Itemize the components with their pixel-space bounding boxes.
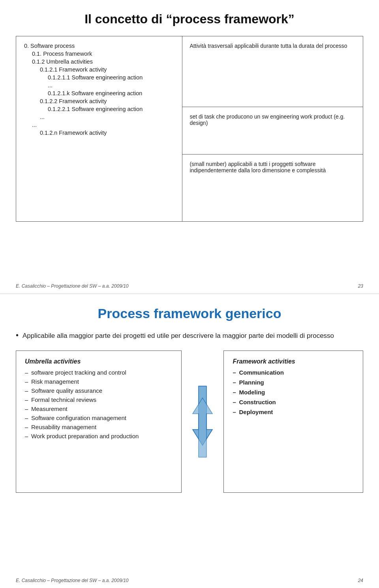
list-item: Construction	[233, 399, 354, 405]
umbrella-title: Umbrella activities	[25, 358, 173, 365]
arrow-svg	[191, 382, 214, 461]
svg-marker-3	[193, 398, 212, 457]
list-item: Planning	[233, 379, 354, 386]
right-boxes: Attività trasversali applicabili durante…	[182, 36, 363, 222]
list-item: Measurement	[25, 405, 173, 412]
list-item: 0.1.2.1 Framework activity	[24, 66, 174, 73]
list-item: 0.1.2 Umbrella activities	[24, 58, 174, 65]
right-box-bottom: (small number) applicabili a tutti i pro…	[182, 155, 363, 222]
framework-list: Communication Planning Modeling Construc…	[233, 369, 354, 415]
framework-list: 0. Software process 0.1. Process framewo…	[24, 43, 174, 136]
slide1-content: 0. Software process 0.1. Process framewo…	[16, 36, 363, 222]
list-item: software project tracking and control	[25, 369, 173, 376]
umbrella-activities-box: Umbrella activities software project tra…	[16, 351, 182, 493]
footer-left: E. Casalicchio – Progettazione del SW – …	[16, 578, 129, 583]
slide2-title: Process framework generico	[16, 306, 363, 321]
list-item: Work product preparation and production	[25, 433, 173, 439]
slide-2: Process framework generico Applicabile a…	[0, 294, 379, 588]
list-item: 0.1.2.1.k Software engineering action	[24, 90, 174, 96]
list-item: Reusability management	[25, 424, 173, 430]
left-framework-box: 0. Software process 0.1. Process framewo…	[16, 36, 182, 222]
list-item: 0.1.2.n Framework activity	[24, 130, 174, 136]
right-box-top: Attività trasversali applicabili durante…	[182, 36, 363, 107]
set-task-text: set di task che producono un sw engineer…	[190, 113, 345, 126]
right-box-mid: set di task che producono un sw engineer…	[182, 107, 363, 155]
list-item: 0. Software process	[24, 43, 174, 49]
list-item: Risk management	[25, 378, 173, 385]
list-item: 0.1.2.2 Framework activity	[24, 98, 174, 104]
framework-title: Framework activities	[233, 358, 354, 365]
list-item: Software configuration management	[25, 415, 173, 421]
list-item: Software quality assurance	[25, 387, 173, 394]
list-item: ...	[24, 122, 174, 128]
slide-1: Il concetto di “process framework” 0. So…	[0, 0, 379, 294]
slide2-boxes: Umbrella activities software project tra…	[16, 351, 363, 493]
slide2-intro: Applicabile alla maggior parte dei proge…	[16, 329, 363, 341]
framework-activities-box: Framework activities Communication Plann…	[223, 351, 363, 493]
list-item: 0.1.2.1.1 Software engineering action	[24, 74, 174, 81]
small-number-text: (small number) applicabili a tutti i pro…	[190, 161, 326, 173]
list-item: Communication	[233, 369, 354, 376]
footer-left: E. Casalicchio – Progettazione del SW – …	[16, 283, 129, 289]
list-item: 0.1.2.2.1 Software engineering action	[24, 106, 174, 112]
list-item: ...	[24, 114, 174, 120]
double-arrow	[190, 351, 216, 493]
footer-right: 23	[358, 283, 363, 289]
list-item: ...	[24, 82, 174, 89]
slide2-footer: E. Casalicchio – Progettazione del SW – …	[16, 578, 363, 583]
list-item: Modeling	[233, 389, 354, 396]
slide1-footer: E. Casalicchio – Progettazione del SW – …	[16, 283, 363, 289]
umbrella-list: software project tracking and control Ri…	[25, 369, 173, 439]
list-item: Formal technical reviews	[25, 396, 173, 403]
attivita-text: Attività trasversali applicabili durante…	[190, 43, 347, 49]
slide1-title: Il concetto di “process framework”	[16, 12, 363, 26]
list-item: Deployment	[233, 409, 354, 415]
footer-right: 24	[358, 578, 363, 583]
list-item: 0.1. Process framework	[24, 51, 174, 57]
